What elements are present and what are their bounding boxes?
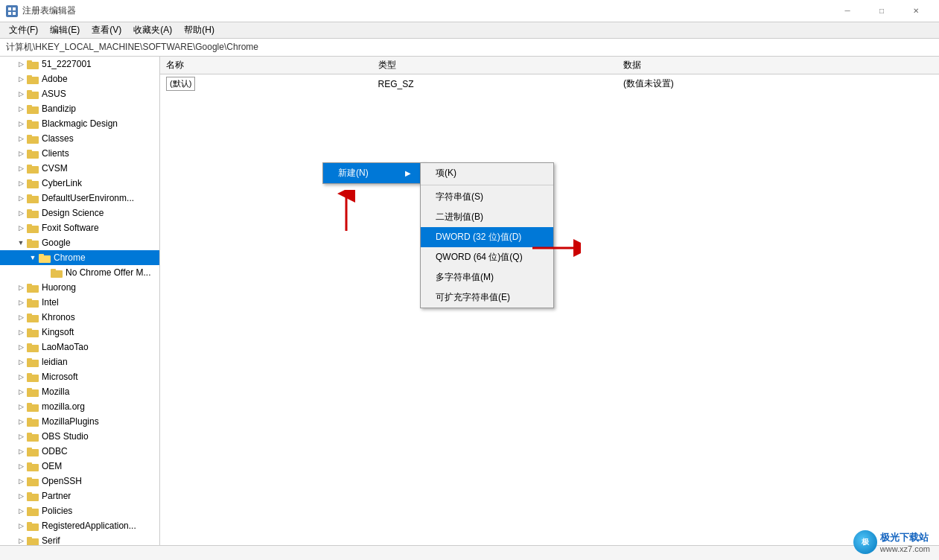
tree-label: Policies: [42, 506, 72, 516]
value-type: REG_SZ: [372, 74, 617, 94]
svg-rect-3: [13, 12, 16, 15]
tree-item-google[interactable]: ▼ Google: [0, 235, 159, 250]
tree-item-registered[interactable]: ▷ RegisteredApplication...: [0, 518, 159, 533]
tree-item-serif[interactable]: ▷ Serif: [0, 533, 159, 545]
svg-rect-9: [27, 90, 32, 93]
svg-rect-35: [27, 284, 32, 287]
svg-rect-11: [27, 105, 32, 108]
tree-item-openssh[interactable]: ▷ OpenSSH: [0, 474, 159, 489]
address-path: 计算机\HKEY_LOCAL_MACHINE\SOFTWARE\Google\C…: [6, 41, 258, 54]
tree-item-mozillaorg[interactable]: ▷ mozilla.org: [0, 399, 159, 414]
expand-icon: ▷: [15, 341, 27, 353]
values-table: 名称 类型 数据 (默认) REG_SZ (数值未设置): [160, 57, 939, 93]
svg-rect-5: [27, 60, 32, 63]
tree-item-odbc[interactable]: ▷ ODBC: [0, 444, 159, 459]
tree-item-huorong[interactable]: ▷ Huorong: [0, 280, 159, 295]
tree-label: OEM: [42, 461, 62, 471]
svg-rect-7: [27, 75, 32, 78]
menu-edit[interactable]: 编辑(E): [44, 22, 86, 38]
tree-item-clients[interactable]: ▷ Clients: [0, 146, 159, 161]
submenu-item-binary[interactable]: 二进制值(B): [421, 207, 553, 227]
expand-icon: ▼: [15, 237, 27, 249]
tree-item-cvsm[interactable]: ▷ CVSM: [0, 161, 159, 176]
svg-rect-31: [39, 254, 44, 257]
tree-label: Google: [42, 238, 71, 248]
folder-icon: [27, 89, 39, 99]
tree-label: Chrome: [54, 252, 86, 263]
expand-icon: ▷: [15, 475, 27, 487]
menu-help[interactable]: 帮助(H): [178, 22, 220, 38]
watermark-logo-icon: 极: [853, 530, 877, 554]
tree-item-laomaotao[interactable]: ▷ LaoMaoTao: [0, 340, 159, 354]
tree-item-microsoft[interactable]: ▷ Microsoft: [0, 369, 159, 384]
tree-item-mozillaplugins[interactable]: ▷ MozillaPlugins: [0, 414, 159, 429]
tree-item-leidian[interactable]: ▷ leidian: [0, 354, 159, 369]
tree-item-partner[interactable]: ▷ Partner: [0, 489, 159, 503]
submenu-item-key[interactable]: 项(K): [421, 163, 553, 183]
svg-rect-17: [27, 150, 32, 153]
tree-item-intel[interactable]: ▷ Intel: [0, 295, 159, 310]
svg-rect-23: [27, 194, 32, 197]
tree-item-khronos[interactable]: ▷ Khronos: [0, 310, 159, 325]
expand-icon: ▷: [15, 207, 27, 219]
menu-favorites[interactable]: 收藏夹(A): [127, 22, 178, 38]
maximize-button[interactable]: □: [865, 0, 899, 22]
address-bar: 计算机\HKEY_LOCAL_MACHINE\SOFTWARE\Google\C…: [0, 39, 939, 57]
expand-icon: ▷: [15, 118, 27, 130]
tree-item-defaultuser[interactable]: ▷ DefaultUserEnvironm...: [0, 191, 159, 206]
folder-icon: [27, 476, 39, 486]
tree-item-chrome[interactable]: ▼ Chrome: [0, 250, 159, 265]
expand-icon: ▷: [15, 133, 27, 144]
folder-icon: [27, 118, 39, 129]
tree-item-no-chrome[interactable]: No Chrome Offer M...: [0, 265, 159, 280]
tree-item-design-science[interactable]: ▷ Design Science: [0, 206, 159, 220]
expand-icon: ▷: [15, 192, 27, 204]
svg-rect-53: [27, 418, 32, 421]
expand-icon: ▷: [15, 356, 27, 368]
expand-icon: ▷: [15, 58, 27, 70]
folder-icon: [27, 178, 39, 188]
folder-icon: [27, 74, 39, 84]
watermark-brand: 极光下载站: [880, 531, 930, 544]
svg-rect-69: [27, 537, 32, 540]
tree-item-oem[interactable]: ▷ OEM: [0, 459, 159, 474]
tree-item-classes[interactable]: ▷ Classes: [0, 131, 159, 146]
folder-icon: [27, 491, 39, 501]
table-row[interactable]: (默认) REG_SZ (数值未设置): [160, 74, 939, 94]
tree-item-mozilla[interactable]: ▷ Mozilla: [0, 384, 159, 399]
tree-item-cyberlink[interactable]: ▷ CyberLink: [0, 176, 159, 191]
minimize-button[interactable]: ─: [830, 0, 865, 22]
menu-view[interactable]: 查看(V): [86, 22, 127, 38]
tree-item-kingsoft[interactable]: ▷ Kingsoft: [0, 325, 159, 340]
submenu-item-dword[interactable]: DWORD (32 位)值(D): [421, 227, 553, 247]
tree-label: Classes: [42, 133, 74, 144]
tree-label: Kingsoft: [42, 327, 74, 337]
expand-icon: ▷: [15, 326, 27, 338]
tree-item-51[interactable]: ▷ 51_2227001: [0, 57, 159, 71]
tree-item-adobe[interactable]: ▷ Adobe: [0, 71, 159, 86]
menu-file[interactable]: 文件(F): [3, 22, 44, 38]
folder-icon: [27, 327, 39, 337]
tree-item-bandizip[interactable]: ▷ Bandizip: [0, 101, 159, 116]
submenu-item-string[interactable]: 字符串值(S): [421, 187, 553, 207]
submenu-item-multistring[interactable]: 多字符串值(M): [421, 267, 553, 287]
tree-label: Serif: [42, 535, 60, 545]
close-button[interactable]: ✕: [899, 0, 933, 22]
svg-rect-43: [27, 343, 32, 346]
tree-item-blackmagic[interactable]: ▷ Blackmagic Design: [0, 116, 159, 131]
folder-icon: [27, 133, 39, 144]
tree-label: No Chrome Offer M...: [66, 267, 150, 278]
tree-item-foxit[interactable]: ▷ Foxit Software: [0, 220, 159, 235]
watermark: 极 极光下载站 www.xz7.com: [853, 530, 930, 554]
submenu-item-qword[interactable]: QWORD (64 位)值(Q): [421, 247, 553, 267]
tree-item-obs[interactable]: ▷ OBS Studio: [0, 429, 159, 444]
tree-item-asus[interactable]: ▷ ASUS: [0, 86, 159, 101]
svg-rect-47: [27, 373, 32, 376]
tree-label: Microsoft: [42, 372, 78, 382]
expand-icon: ▷: [15, 222, 27, 234]
submenu-item-expandstring[interactable]: 可扩充字符串值(E): [421, 287, 553, 308]
context-menu-new-item[interactable]: 新建(N) ▶: [323, 163, 426, 183]
folder-icon: [27, 297, 39, 308]
context-menu-new-label: 新建(N): [338, 167, 369, 179]
tree-item-policies[interactable]: ▷ Policies: [0, 503, 159, 518]
